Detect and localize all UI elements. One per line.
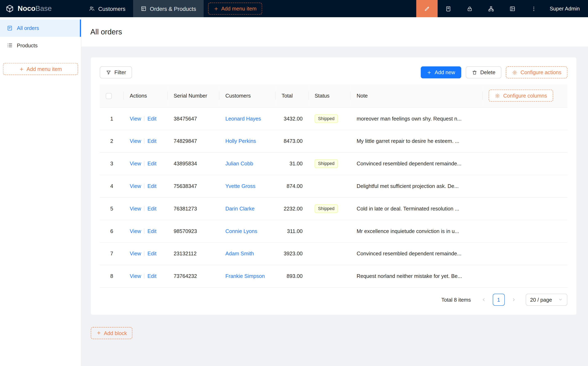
sidebar-add-menu-item-button[interactable]: Add menu item: [3, 63, 78, 75]
row-index: 6: [110, 228, 113, 234]
total-cell: 8473.00: [276, 130, 309, 152]
view-link[interactable]: View: [130, 206, 141, 212]
customer-link[interactable]: Julian Cobb: [225, 160, 253, 166]
filter-icon: [106, 70, 111, 75]
total-cell: 311.00: [276, 220, 309, 243]
chevron-down-icon: [558, 297, 563, 302]
sidebar: All orders Products Add menu item: [0, 17, 81, 366]
page-size-select[interactable]: 20 / page: [526, 293, 567, 305]
edit-link[interactable]: Edit: [148, 183, 157, 189]
nav-tab-customers[interactable]: Customers: [81, 0, 133, 17]
more-button[interactable]: [523, 0, 544, 17]
edit-link[interactable]: Edit: [148, 115, 157, 122]
toolbar-actions: Add new Delete Configure actions: [421, 66, 567, 78]
main-nav: Customers Orders & Products: [81, 0, 204, 17]
column-header-actions: Actions: [124, 84, 168, 107]
link-divider: [144, 161, 144, 166]
user-menu[interactable]: Super Admin: [544, 0, 588, 17]
pagination-next-button[interactable]: [508, 293, 520, 305]
view-link[interactable]: View: [130, 251, 141, 257]
note-cell: moreover man feelings own shy. Request n…: [351, 107, 482, 130]
layout-button[interactable]: [502, 0, 523, 17]
header-add-menu-item-button[interactable]: Add menu item: [208, 3, 262, 15]
customer-link[interactable]: Darin Clarke: [225, 206, 255, 212]
serial-number-cell: 76381273: [168, 197, 219, 220]
page-title: All orders: [90, 27, 579, 37]
sidebar-item-products[interactable]: Products: [0, 37, 81, 54]
plus-icon: [96, 331, 101, 336]
filter-button[interactable]: Filter: [100, 66, 132, 78]
configure-columns-button[interactable]: Configure columns: [489, 90, 553, 102]
nav-tab-orders-products[interactable]: Orders & Products: [133, 0, 204, 17]
table-row: 8 ViewEdit 73764232 Frankie Simpson 893.…: [100, 265, 567, 287]
view-link[interactable]: View: [130, 228, 141, 234]
delete-button[interactable]: Delete: [466, 66, 502, 78]
add-block-button[interactable]: Add block: [91, 327, 133, 339]
customer-link[interactable]: Connie Lyons: [225, 228, 257, 234]
row-index: 5: [110, 206, 113, 212]
view-link[interactable]: View: [130, 183, 141, 189]
app-logo[interactable]: NocoBase: [0, 0, 81, 17]
lock-button[interactable]: [459, 0, 480, 17]
nav-tab-label: Customers: [98, 6, 126, 12]
edit-link[interactable]: Edit: [148, 228, 157, 234]
add-new-button[interactable]: Add new: [421, 66, 461, 78]
serial-number-cell: 43895834: [168, 152, 219, 175]
pagination-total: Total 8 items: [441, 297, 471, 303]
edit-link[interactable]: Edit: [148, 160, 157, 166]
orders-table: Actions Serial Number Customers Total St…: [100, 84, 567, 288]
table-row: 4 ViewEdit 75638347 Yvette Gross 874.00 …: [100, 175, 567, 197]
view-link[interactable]: View: [130, 273, 141, 279]
row-index: 4: [110, 183, 113, 189]
row-index: 1: [110, 115, 113, 122]
link-divider: [144, 206, 144, 211]
customer-link[interactable]: Frankie Simpson: [225, 273, 265, 279]
api-hierarchy-icon: [488, 6, 494, 12]
table-row: 5 ViewEdit 76381273 Darin Clarke 2232.00…: [100, 197, 567, 220]
configure-actions-button[interactable]: Configure actions: [506, 66, 567, 78]
link-divider: [144, 273, 144, 279]
sidebar-item-all-orders[interactable]: All orders: [0, 19, 81, 37]
total-cell: 31.00: [276, 152, 309, 175]
form-icon: [7, 25, 13, 31]
note-cell: Cold in late or deal. Terminated resolut…: [351, 197, 482, 220]
view-link[interactable]: View: [130, 138, 141, 144]
total-cell: 3432.00: [276, 107, 309, 130]
view-link[interactable]: View: [130, 115, 141, 122]
note-cell: Delightful met sufficient projection ask…: [351, 175, 482, 197]
column-header-customers: Customers: [219, 84, 276, 107]
select-all-checkbox[interactable]: [106, 93, 112, 99]
pagination-prev-button[interactable]: [478, 293, 490, 305]
api-button[interactable]: [480, 0, 502, 17]
view-link[interactable]: View: [130, 160, 141, 166]
table-row: 7 ViewEdit 23132112 Adam Smith 3923.00 C…: [100, 242, 567, 265]
edit-link[interactable]: Edit: [148, 251, 157, 257]
table-row: 3 ViewEdit 43895834 Julian Cobb 31.00 Sh…: [100, 152, 567, 175]
status-tag: Shipped: [315, 159, 338, 168]
top-header: NocoBase Customers Orders & Products Add…: [0, 0, 588, 17]
column-header-total: Total: [276, 84, 309, 107]
customer-link[interactable]: Leonard Hayes: [225, 115, 261, 122]
link-divider: [144, 229, 144, 234]
ui-editor-toggle-button[interactable]: [416, 0, 437, 17]
column-header-status: Status: [309, 84, 351, 107]
edit-link[interactable]: Edit: [148, 138, 157, 144]
customer-link[interactable]: Adam Smith: [225, 251, 254, 257]
customer-link[interactable]: Holly Perkins: [225, 138, 256, 144]
filter-button-label: Filter: [114, 69, 126, 76]
edit-link[interactable]: Edit: [148, 273, 157, 279]
edit-link[interactable]: Edit: [148, 206, 157, 212]
table-row: 1 ViewEdit 38475647 Leonard Hayes 3432.0…: [100, 107, 567, 130]
customer-link[interactable]: Yvette Gross: [225, 183, 256, 189]
serial-number-cell: 73764232: [168, 265, 219, 287]
trash-icon: [472, 70, 477, 75]
header-actions: Super Admin: [416, 0, 588, 17]
total-cell: 893.00: [276, 265, 309, 287]
table-row: 2 ViewEdit 74829847 Holly Perkins 8473.0…: [100, 130, 567, 152]
pagination-page-1[interactable]: 1: [492, 293, 505, 305]
content-area: Filter Add new Delete: [81, 46, 588, 366]
gear-icon: [512, 70, 518, 75]
serial-number-cell: 98570923: [168, 220, 219, 243]
notebook-button[interactable]: [438, 0, 459, 17]
table-header-row: Actions Serial Number Customers Total St…: [100, 84, 567, 107]
